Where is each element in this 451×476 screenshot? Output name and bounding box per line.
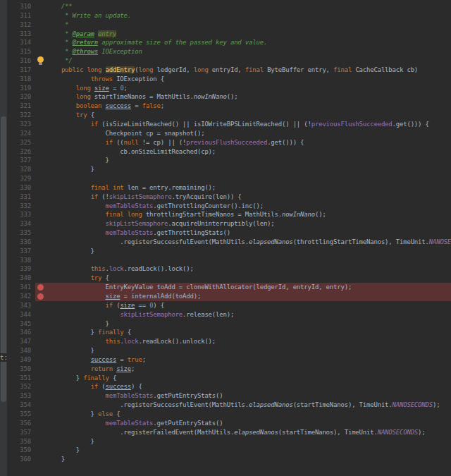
code-line[interactable]: 328 } (7, 165, 451, 174)
code-text[interactable]: memTableStats.getThrottlingCounter().inc… (47, 202, 264, 211)
intention-bulb-slot[interactable] (35, 56, 47, 66)
line-number[interactable]: 314 (7, 38, 35, 47)
code-text[interactable]: return size; (47, 365, 135, 374)
line-number[interactable]: 356 (7, 419, 35, 428)
code-line[interactable]: 317 public long addEntry(long ledgerId, … (7, 66, 451, 75)
code-text[interactable]: if (isSizeLimitReached() || isIOWriteBPS… (47, 120, 429, 129)
code-line[interactable]: 330 final int len = entry.remaining(); (7, 183, 451, 193)
code-line[interactable]: 359 } (7, 446, 451, 455)
code-line[interactable]: 326 cb.onSizeLimitReached(cp); (7, 147, 451, 157)
code-text[interactable]: this.lock.readLock().lock(); (47, 264, 194, 274)
code-line[interactable]: 345 } (7, 319, 451, 329)
line-number[interactable]: 359 (7, 446, 35, 455)
code-text[interactable]: boolean success = false; (47, 102, 164, 111)
line-number[interactable]: 326 (7, 147, 35, 157)
line-number[interactable]: 317 (7, 66, 35, 75)
line-number[interactable]: 344 (7, 310, 35, 319)
code-line[interactable]: 337 } (7, 247, 451, 256)
code-text[interactable]: success = true; (47, 355, 146, 365)
code-text[interactable]: * (47, 20, 68, 30)
code-line[interactable]: 348 } (7, 346, 451, 355)
line-number[interactable]: 330 (7, 183, 35, 193)
line-number[interactable]: 322 (7, 111, 35, 120)
breakpoint-icon[interactable] (37, 284, 44, 291)
code-line[interactable]: 352 if (success) { (7, 382, 451, 391)
tool-window-label[interactable]: t: (0, 353, 9, 362)
code-line[interactable]: 356 memTableStats.getPutEntryStats() (7, 419, 451, 428)
code-line[interactable]: 338 (7, 256, 451, 265)
code-line[interactable]: 341 EntryKeyValue toAdd = cloneWithAlloc… (7, 283, 451, 292)
code-line[interactable]: 314 * @return approximate size of the pa… (7, 38, 451, 47)
code-line[interactable]: 355 } else { (7, 410, 451, 419)
line-number[interactable]: 311 (7, 11, 35, 20)
code-line[interactable]: 347 this.lock.readLock().unlock(); (7, 337, 451, 346)
line-number[interactable]: 329 (7, 174, 35, 183)
code-line[interactable]: 357 .registerFailedEvent(MathUtils.elaps… (7, 428, 451, 437)
code-text[interactable]: memTableStats.getThrottlingStats() (47, 228, 230, 238)
line-number[interactable]: 328 (7, 165, 35, 174)
code-line[interactable]: 354 .registerSuccessfulEvent(MathUtils.e… (7, 401, 451, 410)
code-line[interactable]: 322 try { (7, 111, 451, 120)
intention-bulb-icon[interactable] (37, 56, 44, 63)
code-line[interactable]: 323 if (isSizeLimitReached() || isIOWrit… (7, 120, 451, 129)
line-number[interactable]: 334 (7, 219, 35, 228)
code-line[interactable]: 325 if ((null != cp) || (!previousFlushS… (7, 138, 451, 147)
code-line[interactable]: 353 memTableStats.getPutEntryStats() (7, 391, 451, 401)
code-text[interactable]: try { (47, 111, 94, 120)
line-number[interactable]: 336 (7, 238, 35, 247)
code-line[interactable]: 360 } (7, 455, 451, 464)
line-number[interactable]: 357 (7, 428, 35, 437)
code-text[interactable]: skipListSemaphore.acquireUninterruptibly… (47, 219, 275, 228)
code-text[interactable]: if (!skipListSemaphore.tryAcquire(len)) … (47, 193, 242, 202)
code-line[interactable]: 329 (7, 174, 451, 183)
code-line[interactable]: 331 if (!skipListSemaphore.tryAcquire(le… (7, 193, 451, 202)
code-text[interactable]: this.lock.readLock().unlock(); (47, 337, 216, 346)
code-text[interactable]: if ((null != cp) || (!previousFlushSucce… (47, 138, 304, 147)
code-line[interactable]: 320 long startTimeNanos = MathUtils.nowI… (7, 92, 451, 102)
code-line[interactable]: 351 } finally { (7, 374, 451, 383)
code-text[interactable]: final int len = entry.remaining(); (47, 183, 216, 193)
line-number[interactable]: 338 (7, 256, 35, 265)
code-text[interactable]: .registerFailedEvent(MathUtils.elapsedNa… (47, 428, 426, 437)
code-text[interactable]: try { (47, 274, 109, 283)
line-number[interactable]: 324 (7, 129, 35, 138)
code-line[interactable]: 321 boolean success = false; (7, 102, 451, 111)
line-number[interactable]: 335 (7, 228, 35, 238)
code-text[interactable]: */ (47, 56, 73, 66)
line-number[interactable]: 347 (7, 337, 35, 346)
code-line[interactable]: 324 Checkpoint cp = snapshot(); (7, 129, 451, 138)
code-text[interactable]: cb.onSizeLimitReached(cp); (47, 147, 216, 157)
line-number[interactable]: 354 (7, 401, 35, 410)
code-text[interactable]: memTableStats.getPutEntryStats() (47, 391, 223, 401)
code-text[interactable]: } (47, 319, 109, 329)
code-line[interactable]: 316 */ (7, 56, 451, 66)
line-number[interactable]: 348 (7, 346, 35, 355)
code-line[interactable]: 346 } finally { (7, 328, 451, 337)
code-text[interactable]: size = internalAdd(toAdd); (47, 292, 201, 301)
code-text[interactable]: if (size == 0) { (47, 301, 164, 310)
line-number[interactable]: 325 (7, 138, 35, 147)
code-line[interactable]: 332 memTableStats.getThrottlingCounter()… (7, 202, 451, 211)
code-text[interactable]: .registerSuccessfulEvent(MathUtils.elaps… (47, 238, 451, 247)
line-number[interactable]: 353 (7, 391, 35, 401)
code-text[interactable]: } finally { (47, 328, 131, 337)
line-number[interactable]: 332 (7, 202, 35, 211)
code-line[interactable]: 336 .registerSuccessfulEvent(MathUtils.e… (7, 238, 451, 247)
code-line[interactable]: 315 * @throws IOException (7, 47, 451, 56)
code-text[interactable]: * @param entry (47, 30, 116, 39)
code-text[interactable]: * @return approximate size of the passed… (47, 38, 267, 47)
line-number[interactable]: 310 (7, 2, 35, 11)
line-number[interactable]: 323 (7, 120, 35, 129)
code-text[interactable]: memTableStats.getPutEntryStats() (47, 419, 223, 428)
code-text[interactable]: * @throws IOException (47, 47, 142, 56)
line-number[interactable]: 315 (7, 47, 35, 56)
code-text[interactable]: } (47, 455, 65, 464)
code-line[interactable]: 358 } (7, 437, 451, 446)
line-number[interactable]: 327 (7, 156, 35, 165)
code-line[interactable]: 344 skipListSemaphore.release(len); (7, 310, 451, 319)
breakpoint-icon[interactable] (37, 293, 44, 300)
breakpoint-gutter-slot[interactable] (35, 283, 47, 292)
code-text[interactable]: throws IOException { (47, 75, 164, 84)
line-number[interactable]: 350 (7, 365, 35, 374)
line-number[interactable]: 320 (7, 92, 35, 102)
